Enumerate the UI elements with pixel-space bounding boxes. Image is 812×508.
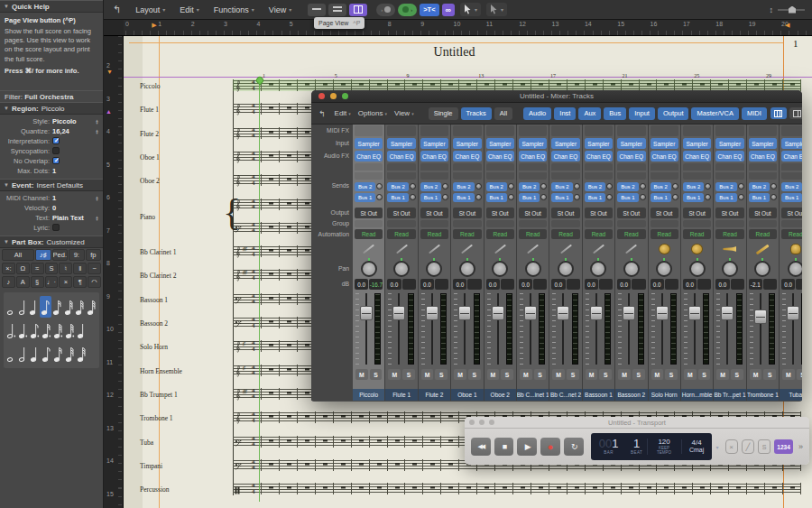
channel-strip[interactable]: SamplerChan EQBus 2Bus 1St OutRead0.0MSO…: [451, 125, 484, 401]
pan-knob[interactable]: [590, 261, 606, 277]
track-name[interactable]: Tuba: [780, 389, 802, 401]
empty-fx-slots[interactable]: [420, 163, 448, 180]
midi-fx-slot[interactable]: [420, 125, 448, 136]
linear-view-button[interactable]: [308, 4, 326, 16]
send-slot[interactable]: Bus 1: [355, 192, 383, 202]
fermata-icon[interactable]: Ω: [16, 263, 30, 274]
grace-note-icon[interactable]: ♪: [2, 276, 15, 288]
playhead[interactable]: [259, 77, 260, 502]
stepper-icon[interactable]: ▴▾: [93, 119, 101, 125]
volume-value[interactable]: 0.0: [387, 279, 401, 290]
output-slot-button[interactable]: St Out: [486, 208, 514, 218]
send-slot[interactable]: Bus 1: [683, 192, 711, 202]
audio-fx-slot-button[interactable]: Chan EQ: [585, 151, 613, 162]
fader-cap[interactable]: [754, 309, 767, 324]
audio-fx-slot-button[interactable]: Chan EQ: [420, 151, 448, 162]
pencil-quick-edit-button[interactable]: ╱: [742, 439, 754, 454]
output-slot-button[interactable]: St Out: [715, 208, 743, 218]
pan-knob[interactable]: [426, 261, 442, 277]
fader-cap[interactable]: [492, 306, 504, 320]
send-level-knob[interactable]: [540, 183, 547, 189]
volume-value[interactable]: 0.0: [420, 279, 434, 290]
empty-fx-slots[interactable]: [519, 163, 547, 180]
empty-fx-slots[interactable]: [781, 163, 802, 180]
empty-fx-slots[interactable]: [651, 163, 678, 180]
fader-cap[interactable]: [426, 306, 438, 320]
send-level-knob[interactable]: [376, 183, 383, 189]
glissando-icon[interactable]: ≈: [31, 263, 44, 274]
channel-strip[interactable]: SamplerChan EQBus 2Bus 1St OutRead0.0-16…: [353, 125, 385, 401]
volume-value[interactable]: 0.0: [781, 279, 795, 290]
play-button[interactable]: ▶: [517, 438, 537, 456]
solo-button[interactable]: S: [370, 369, 383, 380]
track-name[interactable]: Bassoon 1: [583, 389, 614, 401]
midi-fx-slot[interactable]: [715, 125, 743, 136]
menu-functions[interactable]: Functions▾: [207, 0, 262, 19]
note-16-icon[interactable]: [52, 343, 64, 365]
send-level-knob[interactable]: [672, 183, 678, 189]
midi-fx-slot[interactable]: [519, 125, 547, 136]
mixer-window[interactable]: Untitled - Mixer: Tracks ↰ Edit▾Options▾…: [311, 90, 802, 402]
note-h-icon[interactable]: [17, 296, 29, 318]
channel-fader[interactable]: [715, 291, 743, 368]
audio-fx-slot-button[interactable]: Chan EQ: [486, 151, 514, 162]
send-level-knob[interactable]: [475, 183, 482, 189]
mute-button[interactable]: M: [421, 369, 434, 380]
cycle-start-marker-icon[interactable]: ▶: [152, 22, 156, 29]
track-name[interactable]: Bassoon 2: [615, 389, 647, 401]
output-slot-button[interactable]: St Out: [387, 208, 415, 218]
solo-button[interactable]: S: [435, 369, 448, 380]
send-bus-button[interactable]: Bus 2: [617, 182, 638, 191]
automation-mode-button[interactable]: Read: [486, 229, 514, 239]
send-slot[interactable]: Bus 2: [617, 181, 645, 191]
empty-fx-slots[interactable]: [585, 163, 613, 180]
pan-knob[interactable]: [525, 261, 541, 277]
automation-mode-button[interactable]: Read: [420, 229, 448, 239]
command-click-tool-menu[interactable]: ▾: [486, 3, 507, 16]
note-32-icon[interactable]: [64, 343, 76, 365]
track-name[interactable]: Piccolo: [353, 389, 384, 401]
tuplet-icon[interactable]: ×:: [2, 263, 15, 274]
fader-cap[interactable]: [557, 306, 569, 320]
mixer-menu-options[interactable]: Options▾: [355, 109, 391, 117]
send-slot[interactable]: Bus 2: [420, 181, 448, 191]
group-slot[interactable]: [715, 220, 743, 227]
note-w-icon[interactable]: [5, 343, 17, 365]
midi-fx-slot[interactable]: [651, 125, 678, 136]
automation-mode-button[interactable]: Read: [387, 229, 415, 239]
vertical-ruler[interactable]: ▼ ▲ 23456789101112131415: [104, 36, 124, 508]
region-param-value[interactable]: [52, 137, 103, 146]
menu-edit[interactable]: Edit▾: [172, 0, 207, 19]
volume-value[interactable]: 0.0: [453, 279, 466, 290]
note-q-icon[interactable]: [29, 343, 41, 365]
automation-mode-button[interactable]: Read: [355, 229, 383, 239]
channel-strip[interactable]: SamplerChan EQBus 2Bus 1St OutRead0.0MSF…: [385, 125, 418, 401]
stepper-icon[interactable]: ▴▾: [93, 129, 101, 134]
group-slot[interactable]: [519, 220, 547, 227]
group-slot[interactable]: [585, 220, 613, 227]
group-slot[interactable]: [551, 220, 579, 227]
audio-fx-slot-button[interactable]: Chan EQ: [683, 151, 711, 162]
zoom-slider[interactable]: [778, 9, 805, 11]
input-slot-button[interactable]: Sampler: [617, 138, 645, 149]
fader-cap[interactable]: [787, 306, 799, 320]
send-bus-button[interactable]: Bus 2: [387, 182, 408, 191]
channel-strip[interactable]: SamplerChan EQBus 2Bus 1St OutRead0.0MSO…: [484, 125, 517, 401]
empty-fx-slots[interactable]: [355, 163, 383, 180]
transport-title-bar[interactable]: Untitled - Transport: [465, 417, 809, 429]
event-param-checkbox[interactable]: [52, 224, 60, 231]
volume-value[interactable]: 0.0: [683, 279, 697, 290]
strip-view-button[interactable]: [770, 107, 787, 119]
volume-value[interactable]: 0.0: [519, 279, 532, 290]
note-32dot-icon[interactable]: [52, 319, 64, 341]
count-in-button[interactable]: 1234: [774, 439, 793, 454]
input-slot-button[interactable]: Sampler: [683, 138, 711, 149]
input-slot-button[interactable]: Sampler: [715, 138, 743, 149]
volume-value[interactable]: 0.0: [585, 279, 598, 290]
channel-strip[interactable]: SamplerChan EQBus 2Bus 1St OutRead0.0MSF…: [419, 125, 451, 401]
note-64-icon[interactable]: [75, 296, 87, 318]
lcd-position[interactable]: 001 BAR: [591, 439, 627, 455]
send-bus-button[interactable]: Bus 2: [355, 182, 375, 191]
channel-fader[interactable]: [355, 291, 383, 368]
output-slot-button[interactable]: St Out: [781, 208, 802, 218]
